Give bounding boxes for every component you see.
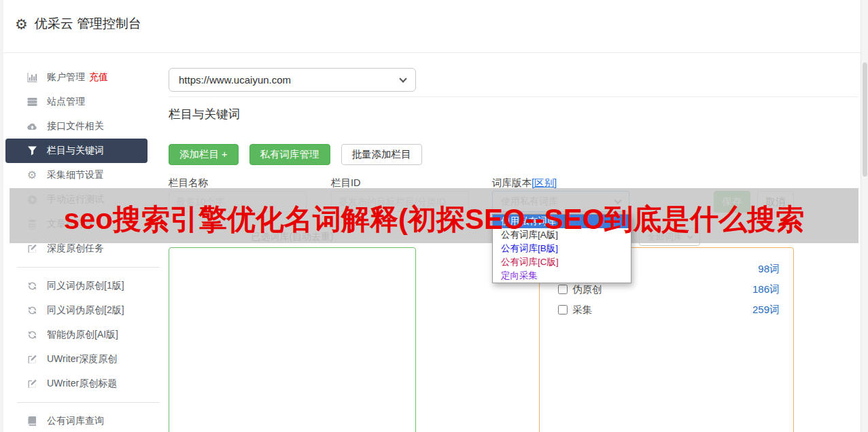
batch-add-button[interactable]: 批量添加栏目 xyxy=(341,144,422,165)
toolbar: 添加栏目 + 私有词库管理 批量添加栏目 xyxy=(169,144,422,165)
sidebar-divider xyxy=(17,267,160,268)
sidebar-item-interface-files[interactable]: 接口文件相关 xyxy=(3,114,167,139)
cloud-upload-icon xyxy=(26,121,38,132)
sidebar-item-label: 智能伪原创[AI版] xyxy=(47,329,118,341)
gears-icon: ⚙ xyxy=(26,170,38,181)
difference-link[interactable]: [区别] xyxy=(532,177,557,188)
sidebar-item-smart-ai[interactable]: 智能伪原创[AI版] xyxy=(3,323,167,347)
bar-chart-icon xyxy=(26,72,38,84)
sidebar-item-uwriter-title[interactable]: UWriter原创标题 xyxy=(3,372,167,396)
dropdown-option-private[interactable]: 使用私有词库 xyxy=(493,215,631,228)
sidebar-item-label: 采集细节设置 xyxy=(47,169,104,181)
lexicon-row-checkbox[interactable] xyxy=(558,285,568,294)
edit-icon xyxy=(26,243,38,255)
selected-lexicon-panel xyxy=(169,247,416,432)
sidebar-item-uwriter-deep[interactable]: UWriter深度原创 xyxy=(3,347,167,372)
site-url-value: https://www.ucaiyun.com xyxy=(179,74,291,86)
app-window: ⚙ 优采云 管理控制台 账户管理 充值 站点管理 接口文件相关 栏目与关键词 xyxy=(0,0,868,432)
brand: ⚙ 优采云 管理控制台 xyxy=(15,15,141,33)
site-url-select[interactable]: https://www.ucaiyun.com xyxy=(169,68,416,92)
refresh-icon xyxy=(26,281,38,292)
app-header: ⚙ 优采云 管理控制台 xyxy=(3,0,861,53)
lexicon-row-label: 伪原创 xyxy=(572,283,602,296)
lexicon-row-label: 采集 xyxy=(572,304,592,317)
sidebar-item-label: 公有词库查询 xyxy=(47,415,104,427)
divider xyxy=(169,96,858,97)
chevron-down-icon xyxy=(399,75,406,82)
recharge-link[interactable]: 充值 xyxy=(89,71,108,84)
overlay-banner xyxy=(10,188,858,243)
sidebar-item-label: 深度原创任务 xyxy=(47,242,104,255)
sidebar-item-label: UWriter深度原创 xyxy=(47,353,117,365)
add-column-button[interactable]: 添加栏目 + xyxy=(169,144,239,165)
sidebar-item-account[interactable]: 账户管理 充值 xyxy=(3,65,167,90)
edit-icon xyxy=(26,378,38,390)
lexicon-row-count: 259词 xyxy=(752,304,780,317)
sidebar-divider xyxy=(17,402,160,403)
gear-icon: ⚙ xyxy=(15,17,28,31)
server-icon xyxy=(26,96,38,108)
sidebar-item-label: 账户管理 xyxy=(47,71,85,84)
scrollbar-track[interactable] xyxy=(861,0,868,432)
refresh-icon xyxy=(26,329,38,341)
lexicon-row-count: 186词 xyxy=(752,283,780,296)
app-title: 优采云 管理控制台 xyxy=(35,15,141,33)
sidebar-item-label: 栏目与关键词 xyxy=(47,145,104,157)
dropdown-option-public-c[interactable]: 公有词库[C版] xyxy=(493,255,631,269)
book-icon xyxy=(26,416,38,427)
lexicon-row: 采集 259词 xyxy=(540,300,793,320)
sidebar-item-synonym-v2[interactable]: 同义词伪原创[2版] xyxy=(3,298,167,323)
dropdown-option-public-b[interactable]: 公有词库[B版] xyxy=(493,242,631,255)
lexicon-row-count: 98词 xyxy=(758,263,780,276)
lexicon-row-checkbox[interactable] xyxy=(558,305,568,314)
page-title: 栏目与关键词 xyxy=(169,106,240,122)
dropdown-option-directed-collect[interactable]: 定向采集 xyxy=(493,269,631,283)
sidebar-item-label: 接口文件相关 xyxy=(47,120,104,132)
edit-icon xyxy=(26,354,38,365)
private-lexicon-button[interactable]: 私有词库管理 xyxy=(249,144,330,165)
sidebar-item-synonym-v1[interactable]: 同义词伪原创[1版] xyxy=(3,274,167,298)
sidebar-item-collect-settings[interactable]: ⚙ 采集细节设置 xyxy=(3,163,167,187)
sidebar-item-label: 同义词伪原创[2版] xyxy=(47,304,124,317)
sidebar-item-label: UWriter原创标题 xyxy=(47,378,117,390)
scrollbar-thumb[interactable] xyxy=(863,62,867,177)
dropdown-option-public-a[interactable]: 公有词库[A版] xyxy=(493,228,631,242)
sidebar-item-label: 同义词伪原创[1版] xyxy=(47,280,124,292)
sidebar-item-sites[interactable]: 站点管理 xyxy=(3,90,167,114)
sidebar-item-public-lexicon-query[interactable]: 公有词库查询 xyxy=(3,409,167,432)
sidebar-item-columns-keywords[interactable]: 栏目与关键词 xyxy=(5,139,147,163)
sidebar-item-label: 站点管理 xyxy=(47,96,85,108)
funnel-icon xyxy=(26,145,38,157)
refresh-icon xyxy=(26,305,38,317)
lexicon-version-dropdown: 使用私有词库 公有词库[A版] 公有词库[B版] 公有词库[C版] 定向采集 xyxy=(492,214,631,283)
